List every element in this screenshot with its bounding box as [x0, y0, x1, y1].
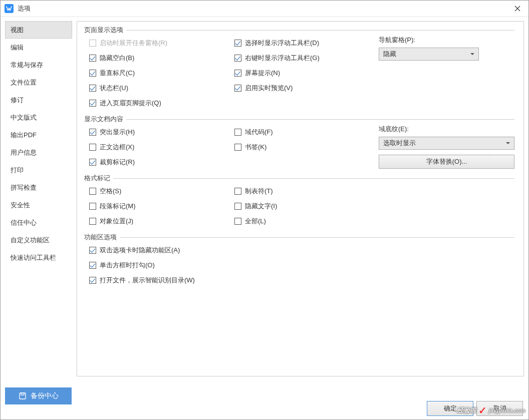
sidebar-item-edit[interactable]: 编辑	[5, 39, 72, 56]
close-icon	[514, 6, 520, 12]
checkbox-icon	[234, 129, 241, 136]
checkbox-icon	[89, 55, 96, 62]
chk-vertical-ruler[interactable]: 垂直标尺(C)	[89, 66, 234, 81]
sidebar-item-label: 常规与保存	[11, 61, 43, 70]
chk-dblclick-hide-ribbon[interactable]: 双击选项卡时隐藏功能区(A)	[89, 243, 514, 258]
sidebar-item-label: 用户信息	[11, 148, 37, 157]
chk-object-anchors[interactable]: 对象位置(J)	[89, 214, 234, 229]
chk-label: 屏幕提示(N)	[245, 69, 280, 78]
chk-live-preview[interactable]: 启用实时预览(V)	[234, 81, 379, 96]
sidebar-item-general-save[interactable]: 常规与保存	[5, 56, 72, 74]
chk-label: 单击方框时打勾(O)	[100, 261, 155, 270]
checkbox-icon	[89, 159, 96, 166]
footer: 确定 取消	[427, 397, 523, 419]
chk-label: 垂直标尺(C)	[100, 69, 135, 78]
group-title: 显示文档内容	[84, 115, 125, 124]
close-button[interactable]	[510, 2, 524, 16]
chk-hide-blank[interactable]: 隐藏空白(B)	[89, 51, 234, 66]
group-title: 格式标记	[84, 174, 112, 183]
group-title: 功能区选项	[84, 233, 119, 242]
sidebar-item-revision[interactable]: 修订	[5, 91, 72, 109]
chk-label: 制表符(T)	[245, 187, 273, 196]
sidebar-item-label: 快速访问工具栏	[11, 253, 56, 262]
svg-rect-0	[20, 393, 26, 399]
chk-text-border[interactable]: 正文边框(X)	[89, 140, 234, 155]
sidebar-item-output-pdf[interactable]: 输出PDF	[5, 126, 72, 144]
chk-highlight[interactable]: 突出显示(H)	[89, 125, 234, 140]
checkbox-icon	[234, 203, 241, 210]
chk-header-footer-hint[interactable]: 进入页眉页脚提示(Q)	[89, 96, 234, 111]
checkbox-icon	[89, 203, 96, 210]
checkbox-icon	[89, 188, 96, 195]
cancel-button[interactable]: 取消	[476, 401, 523, 416]
chk-hidden-text[interactable]: 隐藏文字(I)	[234, 199, 379, 214]
sidebar-item-label: 文件位置	[11, 78, 37, 87]
chk-label: 状态栏(U)	[100, 84, 128, 93]
titlebar: 选项	[1, 1, 528, 17]
sidebar-item-label: 信任中心	[11, 218, 37, 227]
sidebar-item-label: 输出PDF	[11, 131, 37, 140]
chk-label: 选择时显示浮动工具栏(D)	[245, 39, 319, 48]
chk-label: 打开文件，展示智能识别目录(W)	[100, 276, 195, 285]
button-label: 取消	[493, 404, 506, 413]
checkbox-icon	[89, 218, 96, 225]
nav-pane-select[interactable]: 隐藏	[379, 48, 479, 61]
chk-taskpane-startup: 启动时展开任务窗格(R)	[89, 36, 234, 51]
chk-crop-marks[interactable]: 裁剪标记(R)	[89, 155, 234, 170]
checkbox-icon	[234, 144, 241, 151]
sidebar-item-trust-center[interactable]: 信任中心	[5, 214, 72, 231]
app-icon	[5, 4, 14, 13]
nav-pane-label: 导航窗格(P):	[379, 36, 514, 45]
chk-all[interactable]: 全部(L)	[234, 214, 379, 229]
chk-label: 突出显示(H)	[100, 128, 135, 137]
chk-label: 进入页眉页脚提示(Q)	[100, 99, 161, 108]
chk-tabs[interactable]: 制表符(T)	[234, 184, 379, 199]
backup-center-button[interactable]: 备份中心	[5, 387, 72, 404]
chk-click-box-check[interactable]: 单击方框时打勾(O)	[89, 258, 514, 273]
button-label: 确定	[444, 404, 457, 413]
sidebar-item-customize-ribbon[interactable]: 自定义功能区	[5, 231, 72, 249]
chk-smart-toc-on-open[interactable]: 打开文件，展示智能识别目录(W)	[89, 273, 514, 288]
chk-paragraph-marks[interactable]: 段落标记(M)	[89, 199, 234, 214]
checkbox-icon	[89, 277, 96, 284]
chk-field-codes[interactable]: 域代码(F)	[234, 125, 379, 140]
sidebar-item-quick-access[interactable]: 快速访问工具栏	[5, 249, 72, 266]
sidebar-item-print[interactable]: 打印	[5, 161, 72, 179]
checkbox-icon	[89, 100, 96, 107]
chevron-down-icon	[470, 53, 474, 55]
chk-float-toolbar-rclick[interactable]: 右键时显示浮动工具栏(G)	[234, 51, 379, 66]
chk-label: 启动时展开任务窗格(R)	[100, 39, 167, 48]
window-title: 选项	[18, 4, 510, 13]
chk-label: 段落标记(M)	[100, 202, 136, 211]
chk-label: 右键时显示浮动工具栏(G)	[245, 54, 320, 63]
sidebar-item-security[interactable]: 安全性	[5, 196, 72, 214]
sidebar-item-spellcheck[interactable]: 拼写检查	[5, 179, 72, 196]
chk-label: 启用实时预览(V)	[245, 84, 293, 93]
chk-status-bar[interactable]: 状态栏(U)	[89, 81, 234, 96]
group-doc-content: 显示文档内容 突出显示(H) 正文边框(X) 裁剪标记(R) 域代码(F) 书签…	[84, 114, 514, 170]
divider	[126, 30, 514, 31]
sidebar-item-label: 修订	[11, 96, 24, 105]
chk-label: 全部(L)	[245, 217, 266, 226]
chevron-down-icon	[506, 142, 510, 144]
divider	[126, 119, 514, 120]
chk-spaces[interactable]: 空格(S)	[89, 184, 234, 199]
chk-screen-tips[interactable]: 屏幕提示(N)	[234, 66, 379, 81]
field-shading-select[interactable]: 选取时显示	[379, 137, 514, 150]
chk-bookmarks[interactable]: 书签(K)	[234, 140, 379, 155]
button-label: 备份中心	[31, 391, 59, 400]
chk-float-toolbar-select[interactable]: 选择时显示浮动工具栏(D)	[234, 36, 379, 51]
chk-label: 裁剪标记(R)	[100, 158, 135, 167]
sidebar-item-chinese-layout[interactable]: 中文版式	[5, 109, 72, 126]
ok-button[interactable]: 确定	[427, 401, 473, 416]
sidebar-item-view[interactable]: 视图	[5, 21, 72, 39]
checkbox-icon	[89, 70, 96, 77]
sidebar-item-label: 自定义功能区	[11, 236, 50, 245]
button-label: 字体替换(O)...	[426, 157, 467, 166]
checkbox-icon	[89, 144, 96, 151]
sidebar-item-user-info[interactable]: 用户信息	[5, 144, 72, 161]
field-shading-label: 域底纹(E):	[379, 125, 514, 134]
main-panel: 页面显示选项 启动时展开任务窗格(R) 隐藏空白(B) 垂直标尺(C) 状态栏(…	[77, 21, 524, 376]
sidebar-item-file-location[interactable]: 文件位置	[5, 74, 72, 91]
font-substitution-button[interactable]: 字体替换(O)...	[379, 155, 514, 169]
